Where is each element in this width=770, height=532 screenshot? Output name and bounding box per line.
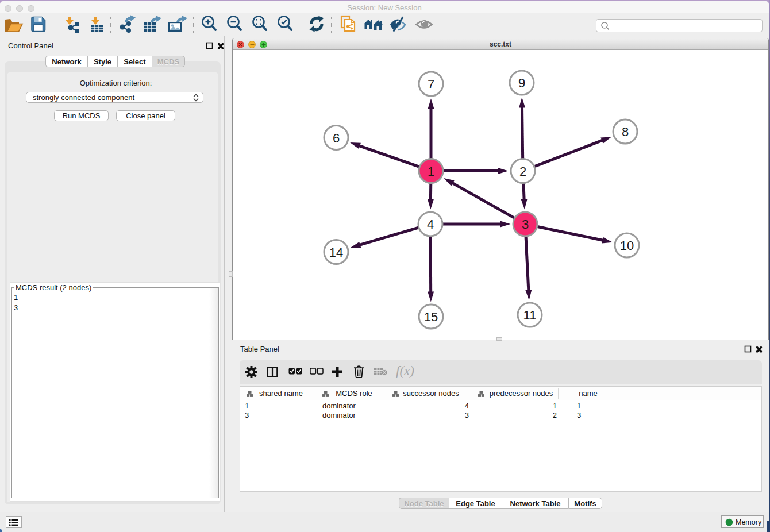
svg-text:4: 4: [427, 217, 434, 232]
svg-text:6: 6: [333, 131, 340, 145]
svg-text:1: 1: [428, 164, 434, 179]
svg-text:14: 14: [329, 245, 343, 260]
svg-text:3: 3: [522, 217, 529, 232]
svg-text:8: 8: [622, 125, 629, 139]
svg-text:7: 7: [428, 77, 434, 91]
svg-text:2: 2: [519, 164, 526, 179]
svg-text:9: 9: [518, 76, 525, 90]
svg-text:15: 15: [424, 310, 438, 324]
svg-text:10: 10: [620, 238, 634, 253]
svg-text:11: 11: [523, 308, 537, 322]
